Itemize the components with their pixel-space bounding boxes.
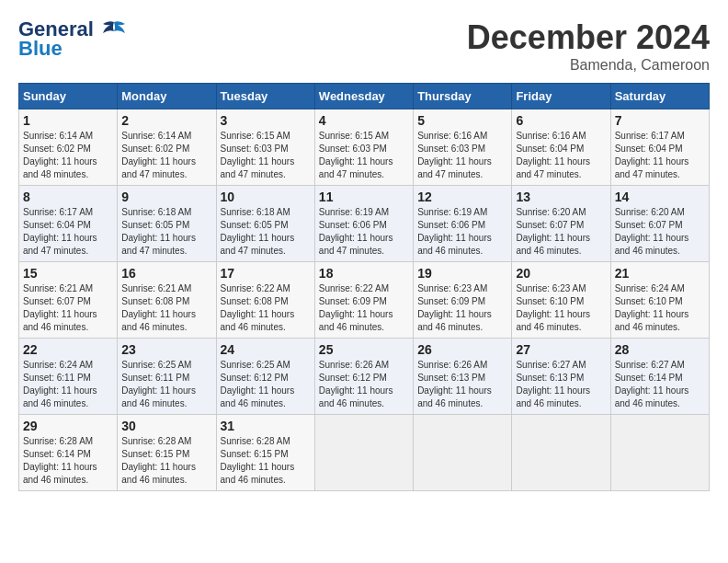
day-number: 12: [417, 190, 507, 204]
location-title: Bamenda, Cameroon: [467, 57, 710, 74]
day-number: 9: [121, 190, 211, 204]
month-title: December 2024: [467, 18, 710, 57]
calendar-day-cell: 12 Sunrise: 6:19 AM Sunset: 6:06 PM Dayl…: [414, 186, 512, 262]
logo: General Blue: [18, 18, 127, 61]
day-number: 28: [615, 342, 705, 357]
calendar-day-cell: 6 Sunrise: 6:16 AM Sunset: 6:04 PM Dayli…: [512, 109, 610, 186]
calendar-day-cell: [610, 415, 709, 491]
weekday-header-sunday: Sunday: [19, 84, 118, 109]
day-info: Sunrise: 6:27 AM Sunset: 6:13 PM Dayligh…: [516, 359, 606, 410]
calendar-day-cell: 10 Sunrise: 6:18 AM Sunset: 6:05 PM Dayl…: [216, 186, 314, 262]
day-number: 14: [615, 190, 705, 204]
day-info: Sunrise: 6:14 AM Sunset: 6:02 PM Dayligh…: [23, 130, 113, 181]
day-number: 26: [417, 342, 507, 357]
calendar-week-row: 1 Sunrise: 6:14 AM Sunset: 6:02 PM Dayli…: [19, 109, 710, 186]
weekday-header-wednesday: Wednesday: [314, 84, 413, 109]
calendar-day-cell: 11 Sunrise: 6:19 AM Sunset: 6:06 PM Dayl…: [314, 186, 413, 262]
day-info: Sunrise: 6:17 AM Sunset: 6:04 PM Dayligh…: [23, 206, 113, 258]
day-number: 18: [319, 266, 409, 281]
day-number: 2: [121, 113, 211, 128]
weekday-header-tuesday: Tuesday: [216, 84, 314, 109]
calendar-week-row: 15 Sunrise: 6:21 AM Sunset: 6:07 PM Dayl…: [19, 262, 710, 339]
day-info: Sunrise: 6:21 AM Sunset: 6:08 PM Dayligh…: [121, 282, 211, 334]
day-info: Sunrise: 6:18 AM Sunset: 6:05 PM Dayligh…: [121, 206, 211, 258]
weekday-header-friday: Friday: [512, 84, 610, 109]
day-number: 21: [615, 266, 705, 281]
calendar-day-cell: 1 Sunrise: 6:14 AM Sunset: 6:02 PM Dayli…: [19, 109, 118, 186]
day-number: 19: [417, 266, 507, 281]
calendar-day-cell: 30 Sunrise: 6:28 AM Sunset: 6:15 PM Dayl…: [118, 415, 216, 491]
day-number: 4: [319, 113, 409, 128]
calendar-day-cell: 18 Sunrise: 6:22 AM Sunset: 6:09 PM Dayl…: [314, 262, 413, 339]
calendar-day-cell: 2 Sunrise: 6:14 AM Sunset: 6:02 PM Dayli…: [118, 109, 216, 186]
title-block: December 2024 Bamenda, Cameroon: [467, 18, 710, 74]
calendar-day-cell: 4 Sunrise: 6:15 AM Sunset: 6:03 PM Dayli…: [314, 109, 413, 186]
calendar-day-cell: 15 Sunrise: 6:21 AM Sunset: 6:07 PM Dayl…: [19, 262, 118, 339]
day-number: 16: [121, 266, 211, 281]
page-header: General Blue December 2024 Bamenda, Came…: [18, 18, 710, 74]
day-info: Sunrise: 6:26 AM Sunset: 6:12 PM Dayligh…: [319, 359, 409, 410]
calendar-day-cell: 7 Sunrise: 6:17 AM Sunset: 6:04 PM Dayli…: [610, 109, 709, 186]
logo-blue-text: Blue: [18, 37, 63, 61]
calendar-week-row: 22 Sunrise: 6:24 AM Sunset: 6:11 PM Dayl…: [19, 339, 710, 415]
day-info: Sunrise: 6:26 AM Sunset: 6:13 PM Dayligh…: [417, 359, 507, 410]
day-number: 15: [23, 266, 113, 281]
calendar-day-cell: 19 Sunrise: 6:23 AM Sunset: 6:09 PM Dayl…: [414, 262, 512, 339]
day-info: Sunrise: 6:21 AM Sunset: 6:07 PM Dayligh…: [23, 282, 113, 334]
calendar-day-cell: [512, 415, 610, 491]
day-number: 6: [516, 113, 606, 128]
calendar-day-cell: 16 Sunrise: 6:21 AM Sunset: 6:08 PM Dayl…: [118, 262, 216, 339]
calendar-week-row: 29 Sunrise: 6:28 AM Sunset: 6:14 PM Dayl…: [19, 415, 710, 491]
day-number: 27: [516, 342, 606, 357]
calendar-table: SundayMondayTuesdayWednesdayThursdayFrid…: [18, 83, 710, 491]
day-number: 29: [23, 419, 113, 433]
day-info: Sunrise: 6:27 AM Sunset: 6:14 PM Dayligh…: [615, 359, 705, 410]
day-number: 13: [516, 190, 606, 204]
day-number: 1: [23, 113, 113, 128]
weekday-header-monday: Monday: [118, 84, 216, 109]
calendar-day-cell: 31 Sunrise: 6:28 AM Sunset: 6:15 PM Dayl…: [216, 415, 314, 491]
calendar-header-row: SundayMondayTuesdayWednesdayThursdayFrid…: [19, 84, 710, 109]
calendar-day-cell: 27 Sunrise: 6:27 AM Sunset: 6:13 PM Dayl…: [512, 339, 610, 415]
weekday-header-thursday: Thursday: [414, 84, 512, 109]
day-info: Sunrise: 6:28 AM Sunset: 6:14 PM Dayligh…: [23, 435, 113, 487]
day-info: Sunrise: 6:22 AM Sunset: 6:08 PM Dayligh…: [221, 282, 311, 334]
calendar-day-cell: 20 Sunrise: 6:23 AM Sunset: 6:10 PM Dayl…: [512, 262, 610, 339]
day-number: 10: [221, 190, 311, 204]
logo-bird-icon: [101, 20, 127, 40]
day-info: Sunrise: 6:16 AM Sunset: 6:03 PM Dayligh…: [417, 130, 507, 181]
calendar-day-cell: 28 Sunrise: 6:27 AM Sunset: 6:14 PM Dayl…: [610, 339, 709, 415]
day-info: Sunrise: 6:17 AM Sunset: 6:04 PM Dayligh…: [615, 130, 705, 181]
calendar-day-cell: 17 Sunrise: 6:22 AM Sunset: 6:08 PM Dayl…: [216, 262, 314, 339]
day-number: 24: [221, 342, 311, 357]
calendar-day-cell: 9 Sunrise: 6:18 AM Sunset: 6:05 PM Dayli…: [118, 186, 216, 262]
day-number: 7: [615, 113, 705, 128]
calendar-day-cell: 26 Sunrise: 6:26 AM Sunset: 6:13 PM Dayl…: [414, 339, 512, 415]
day-info: Sunrise: 6:19 AM Sunset: 6:06 PM Dayligh…: [319, 206, 409, 258]
calendar-day-cell: 3 Sunrise: 6:15 AM Sunset: 6:03 PM Dayli…: [216, 109, 314, 186]
day-number: 30: [121, 419, 211, 433]
day-number: 25: [319, 342, 409, 357]
calendar-day-cell: 29 Sunrise: 6:28 AM Sunset: 6:14 PM Dayl…: [19, 415, 118, 491]
day-info: Sunrise: 6:23 AM Sunset: 6:09 PM Dayligh…: [417, 282, 507, 334]
calendar-day-cell: 13 Sunrise: 6:20 AM Sunset: 6:07 PM Dayl…: [512, 186, 610, 262]
calendar-day-cell: [314, 415, 413, 491]
day-info: Sunrise: 6:20 AM Sunset: 6:07 PM Dayligh…: [615, 206, 705, 258]
day-info: Sunrise: 6:24 AM Sunset: 6:10 PM Dayligh…: [615, 282, 705, 334]
day-info: Sunrise: 6:15 AM Sunset: 6:03 PM Dayligh…: [319, 130, 409, 181]
day-number: 23: [121, 342, 211, 357]
day-number: 8: [23, 190, 113, 204]
day-info: Sunrise: 6:20 AM Sunset: 6:07 PM Dayligh…: [516, 206, 606, 258]
calendar-day-cell: 14 Sunrise: 6:20 AM Sunset: 6:07 PM Dayl…: [610, 186, 709, 262]
day-info: Sunrise: 6:24 AM Sunset: 6:11 PM Dayligh…: [23, 359, 113, 410]
calendar-day-cell: 21 Sunrise: 6:24 AM Sunset: 6:10 PM Dayl…: [610, 262, 709, 339]
calendar-day-cell: [414, 415, 512, 491]
day-info: Sunrise: 6:22 AM Sunset: 6:09 PM Dayligh…: [319, 282, 409, 334]
day-info: Sunrise: 6:25 AM Sunset: 6:12 PM Dayligh…: [221, 359, 311, 410]
calendar-day-cell: 5 Sunrise: 6:16 AM Sunset: 6:03 PM Dayli…: [414, 109, 512, 186]
day-number: 20: [516, 266, 606, 281]
day-info: Sunrise: 6:28 AM Sunset: 6:15 PM Dayligh…: [121, 435, 211, 487]
weekday-header-saturday: Saturday: [610, 84, 709, 109]
day-number: 22: [23, 342, 113, 357]
calendar-day-cell: 24 Sunrise: 6:25 AM Sunset: 6:12 PM Dayl…: [216, 339, 314, 415]
